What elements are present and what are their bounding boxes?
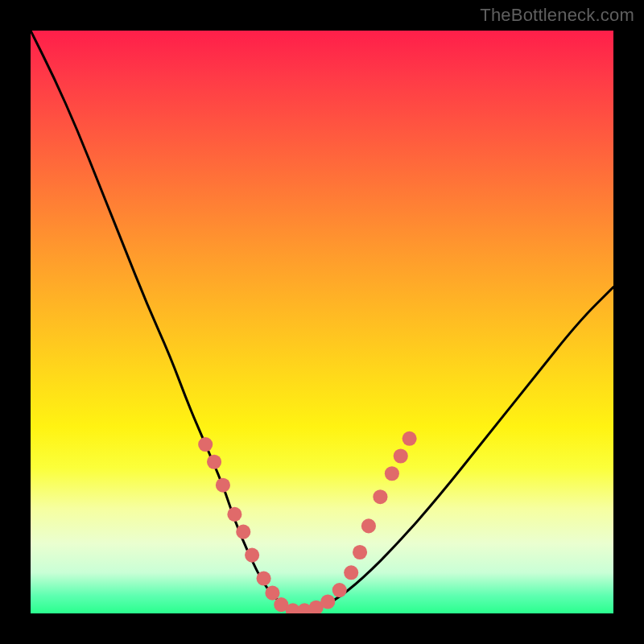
marker-dot xyxy=(344,565,358,580)
marker-dot xyxy=(402,431,417,446)
marker-dot xyxy=(198,437,213,452)
chart-frame: TheBottleneck.com xyxy=(0,0,644,644)
plot-area xyxy=(31,31,613,613)
marker-dot xyxy=(227,507,242,522)
marker-dot xyxy=(320,594,335,609)
marker-dot xyxy=(394,448,408,463)
marker-dot xyxy=(385,466,399,481)
marker-dot xyxy=(207,455,221,469)
marker-dot xyxy=(257,572,271,586)
marker-dot xyxy=(373,489,387,504)
curve-line xyxy=(31,31,613,610)
marker-dot xyxy=(361,518,376,533)
marker-dot xyxy=(332,583,347,597)
marker-dot xyxy=(216,478,230,493)
marker-dot xyxy=(353,545,367,559)
marker-dot xyxy=(265,586,279,601)
marker-dot xyxy=(245,548,259,563)
curve-markers xyxy=(198,431,417,613)
chart-svg xyxy=(31,31,613,613)
marker-dot xyxy=(236,525,250,539)
attribution-label: TheBottleneck.com xyxy=(480,5,634,26)
